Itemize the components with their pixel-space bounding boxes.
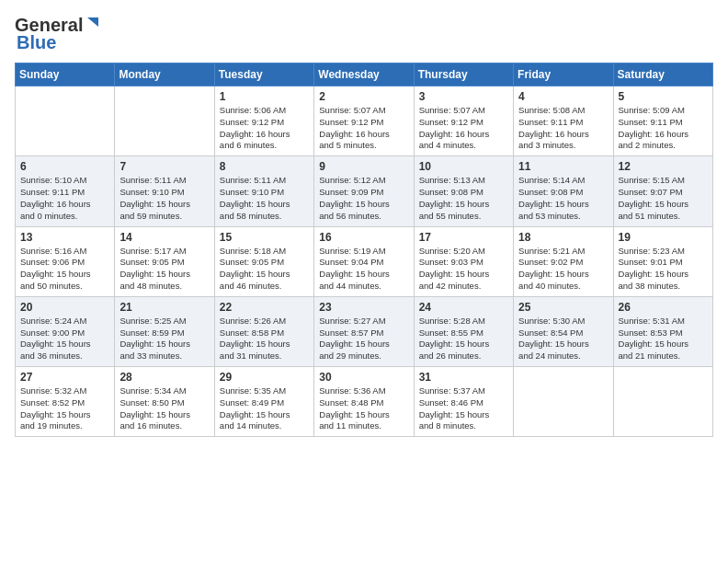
svg-marker-0 xyxy=(87,17,98,27)
calendar-day-cell: 14Sunrise: 5:17 AM Sunset: 9:05 PM Dayli… xyxy=(115,226,214,296)
calendar-header-row: SundayMondayTuesdayWednesdayThursdayFrid… xyxy=(16,63,713,86)
calendar-day-cell: 27Sunrise: 5:32 AM Sunset: 8:52 PM Dayli… xyxy=(16,367,115,437)
day-number: 23 xyxy=(319,301,408,314)
calendar-day-cell: 22Sunrise: 5:26 AM Sunset: 8:58 PM Dayli… xyxy=(214,296,313,366)
page-header: General Blue xyxy=(15,15,713,53)
day-number: 14 xyxy=(119,231,209,244)
day-number: 9 xyxy=(319,160,408,173)
weekday-header: Monday xyxy=(115,63,214,86)
day-number: 19 xyxy=(619,231,708,244)
day-info: Sunrise: 5:32 AM Sunset: 8:52 PM Dayligh… xyxy=(20,385,109,432)
logo-triangle-icon xyxy=(84,16,100,32)
calendar-empty-cell xyxy=(613,367,712,437)
day-info: Sunrise: 5:26 AM Sunset: 8:58 PM Dayligh… xyxy=(220,316,309,362)
calendar-day-cell: 12Sunrise: 5:15 AM Sunset: 9:07 PM Dayli… xyxy=(613,156,712,226)
day-info: Sunrise: 5:07 AM Sunset: 9:12 PM Dayligh… xyxy=(319,105,408,152)
calendar-day-cell: 24Sunrise: 5:28 AM Sunset: 8:55 PM Dayli… xyxy=(414,296,513,366)
calendar-week-row: 20Sunrise: 5:24 AM Sunset: 9:00 PM Dayli… xyxy=(16,296,713,366)
calendar-day-cell: 6Sunrise: 5:10 AM Sunset: 9:11 PM Daylig… xyxy=(16,156,115,226)
day-number: 26 xyxy=(619,301,708,314)
day-info: Sunrise: 5:12 AM Sunset: 9:09 PM Dayligh… xyxy=(319,175,408,222)
calendar-day-cell: 30Sunrise: 5:36 AM Sunset: 8:48 PM Dayli… xyxy=(314,367,414,437)
day-number: 29 xyxy=(220,371,309,384)
calendar-day-cell: 8Sunrise: 5:11 AM Sunset: 9:10 PM Daylig… xyxy=(214,156,313,226)
calendar-day-cell: 19Sunrise: 5:23 AM Sunset: 9:01 PM Dayli… xyxy=(613,226,712,296)
day-info: Sunrise: 5:11 AM Sunset: 9:10 PM Dayligh… xyxy=(119,175,209,222)
day-number: 13 xyxy=(20,231,109,244)
day-info: Sunrise: 5:14 AM Sunset: 9:08 PM Dayligh… xyxy=(518,175,608,222)
day-info: Sunrise: 5:25 AM Sunset: 8:59 PM Dayligh… xyxy=(119,316,209,362)
day-info: Sunrise: 5:19 AM Sunset: 9:04 PM Dayligh… xyxy=(319,246,408,293)
day-number: 4 xyxy=(518,90,608,103)
day-info: Sunrise: 5:09 AM Sunset: 9:11 PM Dayligh… xyxy=(619,105,708,152)
weekday-header: Tuesday xyxy=(214,63,313,86)
weekday-header: Saturday xyxy=(613,63,712,86)
day-number: 6 xyxy=(20,160,109,173)
calendar-week-row: 27Sunrise: 5:32 AM Sunset: 8:52 PM Dayli… xyxy=(16,367,713,437)
day-number: 25 xyxy=(518,301,608,314)
day-info: Sunrise: 5:23 AM Sunset: 9:01 PM Dayligh… xyxy=(619,246,708,293)
day-info: Sunrise: 5:08 AM Sunset: 9:11 PM Dayligh… xyxy=(518,105,608,152)
calendar-day-cell: 10Sunrise: 5:13 AM Sunset: 9:08 PM Dayli… xyxy=(414,156,513,226)
calendar-day-cell: 26Sunrise: 5:31 AM Sunset: 8:53 PM Dayli… xyxy=(613,296,712,366)
calendar-day-cell: 7Sunrise: 5:11 AM Sunset: 9:10 PM Daylig… xyxy=(115,156,214,226)
day-number: 20 xyxy=(20,301,109,314)
calendar-day-cell: 3Sunrise: 5:07 AM Sunset: 9:12 PM Daylig… xyxy=(414,86,513,156)
logo-blue: Blue xyxy=(17,32,56,53)
day-info: Sunrise: 5:37 AM Sunset: 8:46 PM Dayligh… xyxy=(419,385,508,432)
day-number: 22 xyxy=(220,301,309,314)
calendar-day-cell: 13Sunrise: 5:16 AM Sunset: 9:06 PM Dayli… xyxy=(16,226,115,296)
day-number: 2 xyxy=(319,90,408,103)
day-info: Sunrise: 5:15 AM Sunset: 9:07 PM Dayligh… xyxy=(619,175,708,222)
calendar-day-cell: 25Sunrise: 5:30 AM Sunset: 8:54 PM Dayli… xyxy=(514,296,613,366)
weekday-header: Sunday xyxy=(16,63,115,86)
day-number: 21 xyxy=(119,301,209,314)
day-number: 30 xyxy=(319,371,408,384)
day-number: 17 xyxy=(419,231,508,244)
day-info: Sunrise: 5:28 AM Sunset: 8:55 PM Dayligh… xyxy=(419,316,508,362)
day-number: 16 xyxy=(319,231,408,244)
day-info: Sunrise: 5:18 AM Sunset: 9:05 PM Dayligh… xyxy=(220,246,309,293)
calendar-day-cell: 15Sunrise: 5:18 AM Sunset: 9:05 PM Dayli… xyxy=(214,226,313,296)
day-number: 5 xyxy=(619,90,708,103)
calendar-empty-cell xyxy=(514,367,613,437)
calendar-day-cell: 4Sunrise: 5:08 AM Sunset: 9:11 PM Daylig… xyxy=(514,86,613,156)
day-number: 7 xyxy=(119,160,209,173)
calendar-empty-cell xyxy=(115,86,214,156)
day-number: 18 xyxy=(518,231,608,244)
day-info: Sunrise: 5:11 AM Sunset: 9:10 PM Dayligh… xyxy=(220,175,309,222)
day-info: Sunrise: 5:21 AM Sunset: 9:02 PM Dayligh… xyxy=(518,246,608,293)
calendar-day-cell: 1Sunrise: 5:06 AM Sunset: 9:12 PM Daylig… xyxy=(214,86,313,156)
day-info: Sunrise: 5:31 AM Sunset: 8:53 PM Dayligh… xyxy=(619,316,708,362)
calendar-week-row: 1Sunrise: 5:06 AM Sunset: 9:12 PM Daylig… xyxy=(16,86,713,156)
day-info: Sunrise: 5:13 AM Sunset: 9:08 PM Dayligh… xyxy=(419,175,508,222)
day-info: Sunrise: 5:17 AM Sunset: 9:05 PM Dayligh… xyxy=(119,246,209,293)
day-info: Sunrise: 5:07 AM Sunset: 9:12 PM Dayligh… xyxy=(419,105,508,152)
calendar-day-cell: 20Sunrise: 5:24 AM Sunset: 9:00 PM Dayli… xyxy=(16,296,115,366)
day-info: Sunrise: 5:30 AM Sunset: 8:54 PM Dayligh… xyxy=(518,316,608,362)
day-number: 24 xyxy=(419,301,508,314)
day-number: 8 xyxy=(220,160,309,173)
calendar-week-row: 6Sunrise: 5:10 AM Sunset: 9:11 PM Daylig… xyxy=(16,156,713,226)
calendar-day-cell: 2Sunrise: 5:07 AM Sunset: 9:12 PM Daylig… xyxy=(314,86,414,156)
calendar-day-cell: 29Sunrise: 5:35 AM Sunset: 8:49 PM Dayli… xyxy=(214,367,313,437)
calendar-day-cell: 9Sunrise: 5:12 AM Sunset: 9:09 PM Daylig… xyxy=(314,156,414,226)
day-info: Sunrise: 5:16 AM Sunset: 9:06 PM Dayligh… xyxy=(20,246,109,293)
calendar-week-row: 13Sunrise: 5:16 AM Sunset: 9:06 PM Dayli… xyxy=(16,226,713,296)
day-info: Sunrise: 5:10 AM Sunset: 9:11 PM Dayligh… xyxy=(20,175,109,222)
calendar-day-cell: 21Sunrise: 5:25 AM Sunset: 8:59 PM Dayli… xyxy=(115,296,214,366)
day-number: 10 xyxy=(419,160,508,173)
calendar-table: SundayMondayTuesdayWednesdayThursdayFrid… xyxy=(15,63,713,437)
day-number: 12 xyxy=(619,160,708,173)
calendar-day-cell: 17Sunrise: 5:20 AM Sunset: 9:03 PM Dayli… xyxy=(414,226,513,296)
calendar-day-cell: 28Sunrise: 5:34 AM Sunset: 8:50 PM Dayli… xyxy=(115,367,214,437)
day-info: Sunrise: 5:27 AM Sunset: 8:57 PM Dayligh… xyxy=(319,316,408,362)
day-info: Sunrise: 5:24 AM Sunset: 9:00 PM Dayligh… xyxy=(20,316,109,362)
day-number: 11 xyxy=(518,160,608,173)
day-info: Sunrise: 5:34 AM Sunset: 8:50 PM Dayligh… xyxy=(119,385,209,432)
day-info: Sunrise: 5:36 AM Sunset: 8:48 PM Dayligh… xyxy=(319,385,408,432)
calendar-day-cell: 5Sunrise: 5:09 AM Sunset: 9:11 PM Daylig… xyxy=(613,86,712,156)
calendar-day-cell: 31Sunrise: 5:37 AM Sunset: 8:46 PM Dayli… xyxy=(414,367,513,437)
weekday-header: Wednesday xyxy=(314,63,414,86)
calendar-day-cell: 16Sunrise: 5:19 AM Sunset: 9:04 PM Dayli… xyxy=(314,226,414,296)
